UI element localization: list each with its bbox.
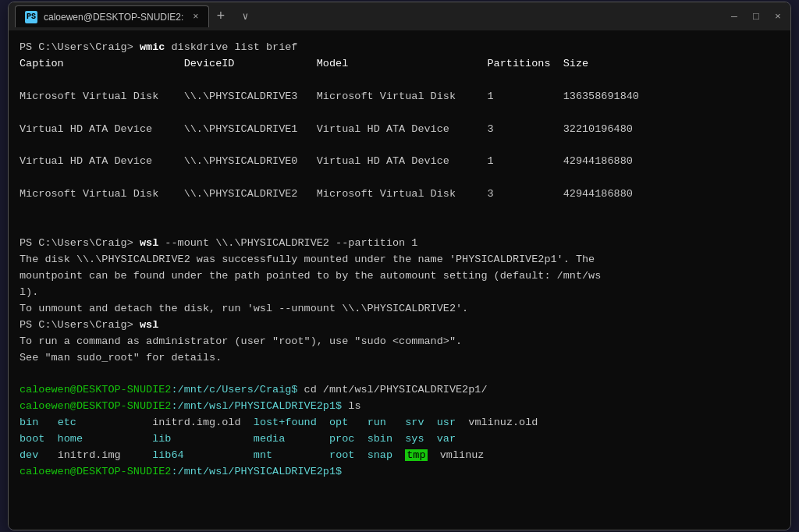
new-tab-button[interactable]: + <box>212 9 230 24</box>
cmd-line-1: PS C:\Users\Craig> wmic diskdrive list b… <box>20 40 779 56</box>
blank-5 <box>20 203 779 219</box>
blank-4 <box>20 170 779 186</box>
wsl-prompt-final: caloewen@DESKTOP-SNUDIE2:/mnt/wsl/PHYSIC… <box>20 464 779 481</box>
table-header: Caption DeviceID Model Partitions Size <box>20 56 779 73</box>
sudo-msg-1: To run a command as administrator (user … <box>20 334 779 350</box>
blank-3 <box>20 138 779 154</box>
cmd-line-3: PS C:\Users\Craig> wsl <box>20 317 779 334</box>
maximize-button[interactable]: □ <box>750 10 762 23</box>
minimize-button[interactable]: — <box>728 10 740 23</box>
blank-2 <box>20 105 779 122</box>
wsl-cmd-1: caloewen@DESKTOP-SNUDIE2:/mnt/c/Users/Cr… <box>20 382 779 399</box>
sudo-msg-2: See "man sudo_root" for details. <box>20 350 779 367</box>
cmd-line-2: PS C:\Users\Craig> wsl --mount \\.\PHYSI… <box>20 236 779 252</box>
mount-msg-2: mountpoint can be found under the path p… <box>20 268 779 285</box>
mount-msg-3: l). <box>20 285 779 301</box>
terminal-window: PS caloewen@DESKTOP-SNUDIE2: × + ∨ — □ ×… <box>8 2 791 530</box>
window-close-button[interactable]: × <box>772 10 784 23</box>
mount-msg-4: To unmount and detach the disk, run 'wsl… <box>20 301 779 317</box>
ls-row-1: bin etc initrd.img.old lost+found opt ru… <box>20 415 779 431</box>
mount-msg-1: The disk \\.\PHYSICALDRIVE2 was successf… <box>20 252 779 268</box>
tab-icon: PS <box>25 11 37 23</box>
dropdown-button[interactable]: ∨ <box>239 10 251 23</box>
blank-7 <box>20 366 779 382</box>
terminal-body[interactable]: PS C:\Users\Craig> wmic diskdrive list b… <box>9 30 790 530</box>
ls-row-3: dev initrd.img lib64 mnt root snap tmp v… <box>20 448 779 464</box>
table-row-2: Virtual HD ATA Device \\.\PHYSICALDRIVE1… <box>20 122 779 138</box>
wsl-cmd-2: caloewen@DESKTOP-SNUDIE2:/mnt/wsl/PHYSIC… <box>20 399 779 415</box>
ls-row-2: boot home lib media proc sbin sys var <box>20 431 779 448</box>
blank-1 <box>20 73 779 89</box>
blank-6 <box>20 219 779 236</box>
table-row-4: Microsoft Virtual Disk \\.\PHYSICALDRIVE… <box>20 186 779 203</box>
table-row-1: Microsoft Virtual Disk \\.\PHYSICALDRIVE… <box>20 89 779 105</box>
terminal-tab[interactable]: PS caloewen@DESKTOP-SNUDIE2: × <box>15 5 209 27</box>
tab-close-button[interactable]: × <box>193 12 198 23</box>
titlebar: PS caloewen@DESKTOP-SNUDIE2: × + ∨ — □ × <box>9 2 790 30</box>
tab-title: caloewen@DESKTOP-SNUDIE2: <box>44 12 183 23</box>
table-row-3: Virtual HD ATA Device \\.\PHYSICALDRIVE0… <box>20 154 779 170</box>
